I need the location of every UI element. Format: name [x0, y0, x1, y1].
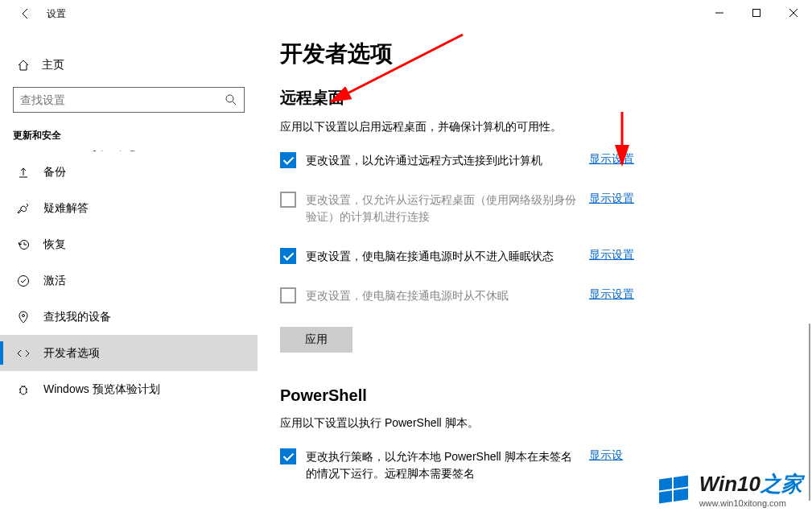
sidebar-item-label: 激活: [43, 274, 66, 288]
sidebar-item-find-device[interactable]: 查找我的设备: [0, 299, 258, 335]
remote-option-row: 更改设置，使电脑在接通电源时从不进入睡眠状态 显示设置: [280, 248, 780, 265]
checkbox-remote-nla: [280, 192, 296, 208]
scrollbar[interactable]: [801, 26, 812, 516]
section-remote-heading: 远程桌面: [280, 87, 780, 109]
svg-rect-1: [753, 10, 760, 17]
sidebar: 主页 更新和安全 Windows 安全中心 备份 疑难解答: [0, 27, 258, 516]
option-label: 更改执行策略，以允许本地 PowerShell 脚本在未签名的情况下运行。远程脚…: [306, 448, 579, 482]
minimize-button[interactable]: [701, 0, 738, 26]
clock-icon: [16, 237, 31, 252]
search-icon: [225, 93, 237, 106]
sidebar-item-insider[interactable]: Windows 预览体验计划: [0, 371, 258, 407]
bug-icon: [16, 382, 31, 397]
section-powershell-heading: PowerShell: [280, 386, 780, 405]
content-area: 开发者选项 远程桌面 应用以下设置以启用远程桌面，并确保计算机的可用性。 更改设…: [258, 27, 812, 516]
scrollbar-thumb[interactable]: [809, 324, 810, 501]
checkbox-no-hibernate: [280, 287, 296, 303]
arrow-left-icon: [19, 7, 32, 20]
category-header: 更新和安全: [0, 118, 258, 151]
sidebar-item-label: 查找我的设备: [43, 310, 111, 324]
code-icon: [16, 346, 31, 361]
checkbox-ps-policy[interactable]: [280, 448, 296, 464]
svg-rect-14: [659, 490, 672, 503]
minimize-icon: [715, 9, 723, 17]
svg-point-8: [23, 314, 25, 316]
upload-icon: [16, 165, 31, 180]
svg-point-4: [226, 95, 233, 102]
home-link[interactable]: 主页: [0, 52, 258, 79]
nav-list: Windows 安全中心 备份 疑难解答 恢复 激活: [0, 151, 258, 407]
close-icon: [789, 9, 798, 17]
sidebar-item-recovery[interactable]: 恢复: [0, 226, 258, 262]
titlebar: 设置: [0, 0, 812, 27]
sidebar-item-backup[interactable]: 备份: [0, 154, 258, 190]
sidebar-item-troubleshoot[interactable]: 疑难解答: [0, 190, 258, 226]
watermark-url: www.win10xitong.com: [699, 498, 802, 508]
svg-rect-12: [659, 477, 672, 490]
watermark-brand-b: 之家: [760, 472, 802, 496]
remote-option-row: 更改设置，使电脑在接通电源时从不休眠 显示设置: [280, 287, 780, 304]
show-settings-link[interactable]: 显示设置: [589, 152, 634, 167]
sidebar-item-developer[interactable]: 开发者选项: [0, 335, 258, 371]
wrench-icon: [16, 201, 31, 216]
watermark-brand-a: Win10: [699, 472, 760, 496]
show-settings-link[interactable]: 显示设置: [589, 192, 634, 206]
checkbox-remote-allow[interactable]: [280, 152, 296, 168]
sidebar-item-label: 开发者选项: [43, 346, 100, 361]
svg-point-7: [19, 275, 29, 286]
check-circle-icon: [16, 274, 31, 288]
maximize-icon: [752, 9, 760, 17]
back-button[interactable]: [13, 1, 39, 27]
svg-point-9: [20, 386, 27, 394]
remote-option-row: 更改设置，仅允许从运行远程桌面（使用网络级别身份验证）的计算机进行连接 显示设置: [280, 192, 780, 225]
watermark: Win10之家 www.win10xitong.com: [656, 470, 802, 508]
option-label: 更改设置，以允许通过远程方式连接到此计算机: [306, 152, 579, 169]
remote-option-row: 更改设置，以允许通过远程方式连接到此计算机 显示设置: [280, 152, 780, 169]
svg-line-5: [233, 101, 236, 105]
sidebar-item-activation[interactable]: 激活: [0, 262, 258, 299]
show-settings-link[interactable]: 显示设: [589, 448, 623, 463]
show-settings-link[interactable]: 显示设置: [589, 287, 634, 302]
windows-logo-icon: [656, 472, 691, 507]
sidebar-item-label: 备份: [43, 165, 66, 180]
sidebar-item-label: Windows 预览体验计划: [43, 382, 160, 397]
section-powershell-desc: 应用以下设置以执行 PowerShell 脚本。: [280, 416, 780, 431]
sidebar-item-label: 恢复: [43, 237, 66, 252]
svg-rect-15: [674, 488, 688, 502]
apply-button[interactable]: 应用: [280, 327, 352, 353]
checkbox-no-sleep[interactable]: [280, 248, 296, 264]
window-title: 设置: [47, 7, 66, 21]
svg-rect-13: [674, 475, 688, 489]
home-label: 主页: [42, 58, 64, 72]
close-button[interactable]: [775, 0, 812, 26]
option-label: 更改设置，使电脑在接通电源时从不休眠: [306, 287, 579, 304]
maximize-button[interactable]: [738, 0, 775, 26]
location-icon: [16, 310, 31, 324]
search-box[interactable]: [13, 87, 245, 113]
show-settings-link[interactable]: 显示设置: [589, 248, 634, 262]
sidebar-item-label: 疑难解答: [43, 201, 89, 216]
home-icon: [16, 58, 31, 72]
page-title: 开发者选项: [280, 39, 780, 69]
option-label: 更改设置，使电脑在接通电源时从不进入睡眠状态: [306, 248, 579, 265]
section-remote-desc: 应用以下设置以启用远程桌面，并确保计算机的可用性。: [280, 120, 780, 134]
search-input[interactable]: [20, 93, 225, 106]
option-label: 更改设置，仅允许从运行远程桌面（使用网络级别身份验证）的计算机进行连接: [306, 192, 579, 225]
